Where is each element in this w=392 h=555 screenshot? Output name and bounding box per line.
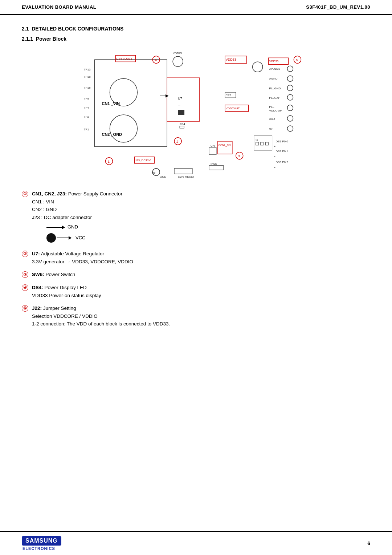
item-bold-2: U7:	[32, 251, 40, 256]
samsung-electronics: ELECTRONICS	[22, 546, 55, 551]
svg-text:DS2 P0.1: DS2 P0.1	[276, 150, 289, 153]
svg-text:4: 4	[155, 58, 157, 62]
description-item-1: ① CN1, CN2, J23: Power Supply Connector …	[22, 190, 370, 245]
svg-text:VDD33: VDD33	[269, 60, 279, 63]
description-item-2: ② U7: Adjustable Voltage Regulator 3.3V …	[22, 250, 370, 266]
svg-text:GND: GND	[160, 175, 166, 178]
svg-text:TP4: TP4	[84, 106, 89, 109]
svg-text:+: +	[274, 166, 276, 169]
svg-text:AVDD33: AVDD33	[269, 67, 281, 70]
svg-text:2: 2	[176, 139, 179, 143]
svg-text:SW5 RESET: SW5 RESET	[178, 175, 195, 178]
vcc-row: VCC	[46, 233, 85, 243]
document-id: S3F401F_BD_UM_REV1.00	[306, 4, 370, 10]
subsection-title: 2.1.1 Power Block	[22, 36, 66, 42]
svg-text:VDDIO: VDDIO	[173, 52, 182, 55]
svg-text:CN: CN	[211, 144, 215, 147]
svg-text:J23_DC12V: J23_DC12V	[135, 159, 151, 162]
item-bold-1: CN1, CN2, J23:	[32, 191, 67, 197]
item-bold-4: DS4:	[32, 285, 43, 290]
svg-text:Xout: Xout	[269, 117, 275, 121]
page-number: 6	[367, 540, 370, 546]
svg-text:TP13: TP13	[84, 68, 91, 71]
item-bold-3: SW6:	[32, 272, 44, 277]
svg-text:+: +	[274, 145, 276, 148]
svg-text:CONL_CN: CONL_CN	[219, 144, 230, 147]
svg-text:TP18: TP18	[84, 75, 91, 78]
item-number-5: ⑤	[22, 305, 28, 312]
svg-rect-0	[22, 49, 370, 179]
svg-text:VDD33: VDD33	[226, 58, 236, 61]
power-block-diagram: CN1 _VIN CN2 _GND TP13 TP18 TP16 TP8 TP4…	[22, 47, 370, 181]
svg-text:1: 1	[108, 159, 110, 163]
description-list: ① CN1, CN2, J23: Power Supply Connector …	[22, 190, 370, 328]
subsection-header: 2.1.1 Power Block	[22, 36, 370, 42]
svg-text:AGND: AGND	[269, 77, 278, 80]
samsung-logo: SAMSUNG ELECTRONICS	[22, 536, 61, 551]
svg-text:DS1 P0.0: DS1 P0.0	[276, 140, 289, 143]
item-bold-5: J22:	[32, 305, 42, 311]
svg-text:+: +	[178, 103, 180, 108]
item-number-3: ③	[22, 271, 28, 278]
description-item-3: ③ SW6: Power Switch	[22, 271, 370, 279]
page-footer: SAMSUNG ELECTRONICS 6	[0, 531, 392, 555]
svg-text:DS3 P0.2: DS3 P0.2	[276, 161, 289, 164]
item-number-1: ①	[22, 191, 28, 197]
gnd-label: GND	[68, 223, 78, 231]
item-number-4: ④	[22, 284, 28, 291]
svg-text:VDDCVIF: VDDCVIF	[269, 109, 282, 112]
svg-text:PLL: PLL	[269, 105, 275, 109]
section-title: 2.1 DETAILED BLOCK CONFIGURATIONS	[22, 26, 123, 32]
svg-text:SW6: SW6	[211, 162, 217, 166]
item-text-3: SW6: Power Switch	[32, 271, 370, 279]
svg-text:DS4  VDD33: DS4 VDD33	[116, 57, 132, 60]
item-text-4: DS4: Power Display LED VDD33 Power-on st…	[32, 284, 370, 299]
svg-text:TP1: TP1	[84, 128, 89, 131]
connector-diagram: GND VCC	[46, 223, 370, 243]
vcc-label: VCC	[75, 234, 85, 242]
section-header: 2.1 DETAILED BLOCK CONFIGURATIONS	[22, 26, 370, 32]
svg-text:C34: C34	[180, 122, 185, 126]
item-text-2: U7: Adjustable Voltage Regulator 3.3V ge…	[32, 250, 370, 266]
svg-text:CN1 _VIN: CN1 _VIN	[102, 101, 120, 106]
svg-text:J8: J8	[255, 139, 258, 142]
description-item-4: ④ DS4: Power Display LED VDD33 Power-on …	[22, 284, 370, 299]
item-number-2: ②	[22, 251, 28, 257]
svg-rect-16	[178, 110, 184, 115]
diagram-svg: CN1 _VIN CN2 _GND TP13 TP18 TP16 TP8 TP4…	[22, 47, 370, 181]
page: EVALUATION BOARD MANUAL S3F401F_BD_UM_RE…	[0, 0, 392, 555]
svg-text:+: +	[274, 155, 276, 158]
samsung-logo-text: SAMSUNG	[22, 536, 61, 546]
item-text-1: CN1, CN2, J23: Power Supply Connector CN…	[32, 190, 370, 245]
svg-text:Xin: Xin	[269, 127, 274, 131]
description-item-5: ⑤ J22: Jumper Setting Selection VDDCORE …	[22, 304, 370, 328]
svg-text:C37: C37	[226, 94, 231, 97]
page-header: EVALUATION BOARD MANUAL S3F401F_BD_UM_RE…	[0, 0, 392, 15]
svg-text:5: 5	[296, 58, 298, 62]
svg-text:U7: U7	[178, 97, 182, 100]
svg-text:VDDCVUT: VDDCVUT	[226, 107, 240, 110]
manual-title: EVALUATION BOARD MANUAL	[22, 4, 96, 10]
gnd-row: GND	[46, 223, 78, 231]
svg-text:TP2: TP2	[84, 115, 89, 118]
page-content: 2.1 DETAILED BLOCK CONFIGURATIONS 2.1.1 …	[0, 15, 392, 531]
svg-text:PLLCAP: PLLCAP	[269, 96, 281, 100]
svg-text:PLLGND: PLLGND	[269, 87, 281, 90]
item-text-5: J22: Jumper Setting Selection VDDCORE / …	[32, 304, 370, 328]
svg-text:TP16: TP16	[84, 86, 91, 89]
svg-text:3: 3	[238, 154, 240, 158]
svg-text:TP8: TP8	[84, 97, 89, 100]
svg-text:TP18: TP18	[163, 181, 171, 181]
